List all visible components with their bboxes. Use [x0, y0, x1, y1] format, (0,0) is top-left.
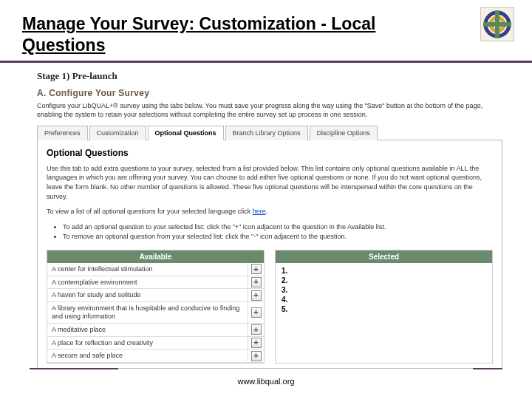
- selected-slot: 1.: [282, 266, 486, 276]
- selected-slot: 2.: [282, 276, 486, 285]
- available-row: A library environment that is hospitable…: [47, 302, 264, 324]
- selected-box: Selected 1.2.3.4.5.: [275, 250, 493, 364]
- add-question-button[interactable]: +: [251, 290, 262, 301]
- config-tabs: PreferencesCustomizationOptional Questio…: [37, 125, 502, 140]
- available-row: A meditative place+: [47, 324, 264, 337]
- instruction-bullet: To remove an optional question from your…: [63, 232, 493, 242]
- decorative-rule-left: [30, 368, 118, 369]
- available-question-text: A secure and safe place: [47, 349, 248, 362]
- add-question-button[interactable]: +: [251, 351, 262, 361]
- plus-cell: +: [248, 337, 264, 349]
- available-question-text: A haven for study and solitude: [47, 289, 248, 301]
- plus-cell: +: [248, 263, 264, 276]
- available-row: A secure and safe place+: [47, 349, 264, 363]
- selected-slot: 5.: [282, 304, 486, 314]
- section-title: A. Configure Your Survey: [37, 88, 502, 98]
- available-question-text: A place for reflection and creativity: [47, 337, 248, 349]
- decorative-rule-right: [473, 368, 502, 369]
- panel-title: Optional Questions: [47, 148, 493, 158]
- available-question-text: A library environment that is hospitable…: [47, 302, 248, 323]
- available-question-text: A contemplative environment: [47, 276, 248, 289]
- tab-discipline-options[interactable]: Discipline Options: [310, 126, 378, 140]
- plus-cell: +: [248, 324, 264, 336]
- selected-header: Selected: [276, 250, 492, 263]
- panel-paragraph-2: To view a list of all optional questions…: [47, 207, 493, 216]
- plus-cell: +: [248, 302, 264, 323]
- here-link[interactable]: here: [253, 208, 266, 215]
- add-question-button[interactable]: +: [251, 324, 262, 335]
- available-question-text: A center for intellectual stimulation: [47, 263, 248, 276]
- plus-cell: +: [248, 276, 264, 289]
- available-box: Available A center for intellectual stim…: [47, 250, 265, 364]
- selected-list: 1.2.3.4.5.: [276, 263, 492, 317]
- dual-list: Available A center for intellectual stim…: [47, 250, 493, 364]
- add-question-button[interactable]: +: [251, 338, 262, 348]
- add-question-button[interactable]: +: [251, 307, 262, 318]
- instruction-bullets: To add an optional question to your sele…: [47, 222, 493, 242]
- plus-cell: +: [248, 349, 264, 362]
- available-question-text: A meditative place: [47, 324, 248, 336]
- optional-questions-panel: Optional Questions Use this tab to add e…: [37, 140, 502, 369]
- footer-url: www.libqual.org: [0, 377, 532, 386]
- selected-slot: 4.: [282, 295, 486, 304]
- stage-label: Stage 1) Pre-launch: [37, 70, 502, 82]
- svg-rect-4: [483, 22, 511, 27]
- tab-preferences[interactable]: Preferences: [37, 126, 88, 140]
- tab-optional-questions[interactable]: Optional Questions: [148, 126, 224, 140]
- add-question-button[interactable]: +: [251, 277, 262, 287]
- tab-branch-library-options[interactable]: Branch Library Options: [225, 126, 308, 140]
- panel-p2-suffix: .: [266, 208, 268, 215]
- instruction-bullet: To add an optional question to your sele…: [63, 222, 493, 233]
- section-intro: Configure your LibQUAL+® survey using th…: [37, 101, 502, 119]
- tab-customization[interactable]: Customization: [89, 126, 146, 140]
- slide-header: Manage Your Survey: Customization - Loca…: [0, 0, 532, 63]
- available-row: A haven for study and solitude+: [47, 289, 264, 302]
- add-question-button[interactable]: +: [251, 264, 262, 274]
- slide-title: Manage Your Survey: Customization - Loca…: [22, 13, 436, 56]
- screenshot-content: Stage 1) Pre-launch A. Configure Your Su…: [0, 63, 532, 369]
- panel-paragraph-1: Use this tab to add extra questions to y…: [47, 164, 493, 201]
- available-row: A contemplative environment+: [47, 276, 264, 290]
- available-header: Available: [47, 250, 264, 263]
- available-row: A center for intellectual stimulation+: [47, 263, 264, 276]
- logo: [480, 7, 514, 41]
- available-row: A place for reflection and creativity+: [47, 337, 264, 350]
- selected-slot: 3.: [282, 285, 486, 295]
- panel-p2-prefix: To view a list of all optional questions…: [47, 208, 253, 215]
- plus-cell: +: [248, 289, 264, 301]
